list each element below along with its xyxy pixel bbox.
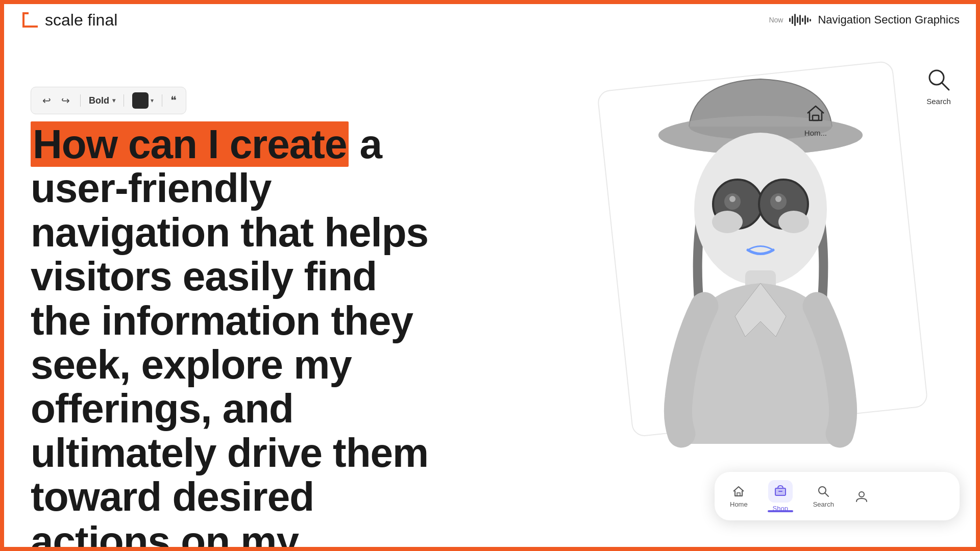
svg-point-25 xyxy=(729,196,736,202)
toolbar-divider-2 xyxy=(124,94,124,107)
bottom-nav-home[interactable]: Home xyxy=(730,484,748,508)
logo: scale final xyxy=(20,10,117,30)
svg-line-34 xyxy=(825,493,828,496)
color-picker-button[interactable]: ▾ xyxy=(132,92,154,109)
search-nav-label: Search xyxy=(813,500,834,508)
undo-button[interactable]: ↩ xyxy=(40,92,53,109)
svg-point-35 xyxy=(859,492,864,497)
bottom-nav-search[interactable]: Search xyxy=(813,484,834,508)
logo-icon xyxy=(20,10,40,30)
logo-text: scale final xyxy=(45,11,117,30)
person-illustration xyxy=(582,51,939,449)
home-nav-label: Home xyxy=(730,500,748,508)
headline-area: How can I create a user-friendly navigat… xyxy=(31,122,439,551)
toolbar-divider xyxy=(80,94,81,107)
bottom-nav-bar: Home Shop Search xyxy=(715,472,960,520)
shop-active-indicator xyxy=(768,510,793,512)
bottom-nav-shop[interactable]: Shop xyxy=(768,480,793,512)
svg-point-27 xyxy=(712,211,743,233)
right-panel: Search Hom... xyxy=(521,0,980,551)
shop-icon-bg xyxy=(768,480,793,503)
search-nav-top: Search xyxy=(925,66,952,106)
highlighted-text: How can I create xyxy=(31,121,349,167)
person-image xyxy=(582,51,939,449)
rest-text: a user-friendly navigation that helps vi… xyxy=(31,121,428,551)
home-nav-top: Hom... xyxy=(804,102,827,137)
shop-icon xyxy=(773,483,788,497)
search-icon-top xyxy=(925,66,952,93)
home-icon-bottom xyxy=(731,484,746,498)
svg-point-26 xyxy=(775,196,781,202)
toolbar: ↩ ↪ Bold ▾ ▾ ❝ xyxy=(31,87,186,114)
search-label-top: Search xyxy=(926,97,951,106)
toolbar-divider-3 xyxy=(162,94,162,107)
color-chevron-icon: ▾ xyxy=(151,97,154,104)
bold-chevron-icon: ▾ xyxy=(112,97,115,104)
search-icon-bottom xyxy=(816,484,830,498)
home-icon-top xyxy=(804,102,827,124)
home-label-top: Hom... xyxy=(804,129,827,137)
svg-rect-2 xyxy=(22,26,38,28)
svg-point-28 xyxy=(778,211,809,233)
profile-icon xyxy=(854,489,869,504)
quote-button[interactable]: ❝ xyxy=(170,94,177,107)
redo-button[interactable]: ↪ xyxy=(59,92,72,109)
headline-text: How can I create a user-friendly navigat… xyxy=(31,122,439,551)
svg-line-13 xyxy=(942,83,949,90)
bold-label: Bold xyxy=(89,95,109,106)
bottom-nav-profile[interactable] xyxy=(854,489,869,504)
color-swatch xyxy=(132,92,149,109)
svg-rect-1 xyxy=(22,12,24,28)
svg-rect-14 xyxy=(813,115,819,120)
bold-button[interactable]: Bold ▾ xyxy=(89,95,115,106)
